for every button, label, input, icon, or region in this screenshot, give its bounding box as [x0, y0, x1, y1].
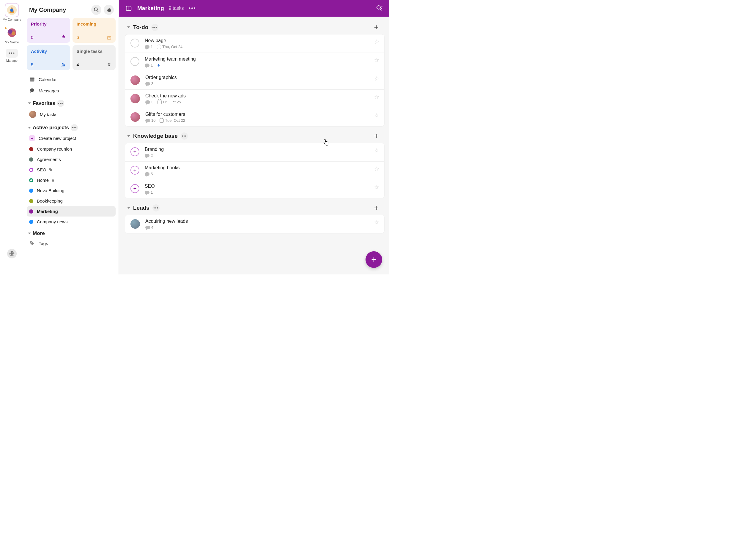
favorite-my-tasks[interactable]: My tasks: [27, 108, 115, 121]
task-body: Acquiring new leads4: [145, 219, 369, 229]
group-header[interactable]: Leads•••+: [122, 201, 387, 215]
project-item[interactable]: Home: [27, 175, 115, 185]
task-groups-content[interactable]: To-do•••+New page1Thu, Oct 24☆Marketing …: [119, 17, 389, 274]
task-row[interactable]: +SEO1☆: [125, 180, 384, 198]
task-row[interactable]: Acquiring new leads4☆: [125, 215, 384, 233]
search-button[interactable]: [91, 5, 101, 15]
sidebar-scroll[interactable]: Priority 0 ★ Incoming 6: [24, 18, 118, 274]
main-panel: Marketing 9 tasks ••• To-do•••+New page1…: [119, 0, 389, 274]
more-section-header[interactable]: More: [27, 227, 115, 238]
task-checkbox[interactable]: [130, 57, 139, 66]
filter-button[interactable]: [376, 4, 383, 12]
project-item[interactable]: Bookkeeping: [27, 196, 115, 206]
sidebar-calendar[interactable]: Calendar: [27, 74, 115, 85]
task-row[interactable]: New page1Thu, Oct 24☆: [125, 34, 384, 53]
gear-icon: [106, 7, 112, 13]
section-menu-button[interactable]: •••: [71, 124, 78, 131]
task-meta: 1: [145, 63, 369, 67]
task-body: Check the new ads3Fri, Oct 25: [145, 93, 369, 104]
smartview-incoming[interactable]: Incoming 6: [72, 18, 116, 43]
settings-button[interactable]: [104, 5, 114, 15]
task-row[interactable]: +Branding2☆: [125, 143, 384, 162]
workspace-my-nozbe[interactable]: My Nozbe: [4, 25, 20, 45]
globe-button[interactable]: [6, 248, 18, 260]
add-task-fab[interactable]: +: [366, 251, 382, 268]
group-title: To-do: [133, 24, 148, 31]
assignee-avatar[interactable]: [130, 112, 140, 122]
group-add-button[interactable]: +: [374, 203, 383, 212]
group-add-button[interactable]: +: [374, 131, 383, 141]
task-row[interactable]: +Marketing books5☆: [125, 162, 384, 180]
workspace-my-company[interactable]: My Company: [1, 2, 22, 22]
project-title: Marketing: [137, 5, 164, 12]
assign-button[interactable]: +: [130, 147, 139, 156]
assign-button[interactable]: +: [130, 166, 139, 175]
priority-star-button[interactable]: ☆: [374, 219, 379, 226]
smartview-activity[interactable]: Activity 5: [27, 45, 70, 70]
svg-rect-13: [30, 77, 34, 79]
task-title: Order graphics: [145, 75, 369, 80]
project-item[interactable]: Company reunion: [27, 144, 115, 154]
comment-count: 2: [145, 153, 153, 158]
task-meta: 5: [145, 172, 369, 176]
task-body: Marketing books5: [145, 165, 369, 176]
group-header[interactable]: Knowledge base•••+: [122, 129, 387, 143]
active-projects-section-header[interactable]: Active projects •••: [27, 121, 115, 133]
priority-star-button[interactable]: ☆: [374, 75, 379, 82]
project-name: SEO: [37, 167, 46, 172]
smartview-count: 4: [77, 62, 79, 67]
smartview-title: Single tasks: [77, 49, 112, 54]
favorites-section-header[interactable]: Favorites •••: [27, 96, 115, 108]
project-item[interactable]: Nova Building: [27, 185, 115, 196]
create-new-project[interactable]: + Create new project: [27, 133, 115, 144]
group-menu-button[interactable]: •••: [151, 24, 158, 31]
project-menu-button[interactable]: •••: [188, 4, 196, 12]
priority-star-button[interactable]: ☆: [374, 147, 379, 154]
comment-icon: [145, 82, 150, 86]
project-item[interactable]: Marketing: [27, 206, 115, 217]
task-checkbox[interactable]: [130, 39, 139, 48]
tag-icon: [49, 168, 53, 172]
task-title: Marketing team meeting: [145, 57, 369, 62]
assignee-avatar[interactable]: [130, 94, 140, 103]
task-row[interactable]: Gifts for customers10Tue, Oct 22☆: [125, 108, 384, 126]
priority-star-button[interactable]: ☆: [374, 112, 379, 119]
smartview-count: 6: [77, 35, 79, 40]
project-item[interactable]: Company news: [27, 217, 115, 227]
group-menu-button[interactable]: •••: [153, 204, 159, 212]
workspace-rail: My Company My Nozbe ••• Manage: [0, 0, 24, 274]
sidebar-messages[interactable]: Messages: [27, 85, 115, 96]
task-row[interactable]: Check the new ads3Fri, Oct 25☆: [125, 90, 384, 108]
group-header[interactable]: To-do•••+: [122, 20, 387, 34]
task-count: 9 tasks: [169, 6, 184, 11]
comment-icon: [145, 45, 150, 49]
priority-star-button[interactable]: ☆: [374, 93, 379, 101]
priority-star-button[interactable]: ☆: [374, 38, 379, 45]
task-group: To-do•••+New page1Thu, Oct 24☆Marketing …: [122, 20, 387, 127]
priority-star-button[interactable]: ☆: [374, 165, 379, 172]
assign-button[interactable]: +: [130, 184, 139, 193]
collapse-sidebar-button[interactable]: [125, 4, 133, 12]
comment-count: 3: [145, 100, 153, 104]
smartview-single[interactable]: Single tasks 4: [72, 45, 116, 70]
manage-button[interactable]: ••• Manage: [5, 48, 19, 63]
assignee-avatar[interactable]: [130, 75, 140, 85]
assignee-avatar[interactable]: [130, 219, 140, 229]
ellipsis-icon: •••: [6, 49, 18, 58]
group-title: Knowledge base: [133, 133, 178, 139]
project-name: Bookkeeping: [37, 198, 63, 203]
project-item[interactable]: Agreements: [27, 154, 115, 165]
priority-star-button[interactable]: ☆: [374, 57, 379, 63]
task-row[interactable]: Order graphics3☆: [125, 71, 384, 90]
task-meta: 3: [145, 81, 369, 86]
project-item[interactable]: SEO: [27, 165, 115, 175]
group-add-button[interactable]: +: [374, 22, 383, 32]
task-date: Fri, Oct 25: [157, 100, 181, 104]
priority-star-button[interactable]: ☆: [374, 184, 379, 191]
group-menu-button[interactable]: •••: [181, 133, 188, 140]
smartview-priority[interactable]: Priority 0 ★: [27, 18, 70, 43]
section-menu-button[interactable]: •••: [57, 100, 64, 107]
task-row[interactable]: Marketing team meeting1☆: [125, 53, 384, 71]
sidebar-tags[interactable]: Tags: [27, 238, 115, 249]
manage-label: Manage: [6, 59, 18, 62]
